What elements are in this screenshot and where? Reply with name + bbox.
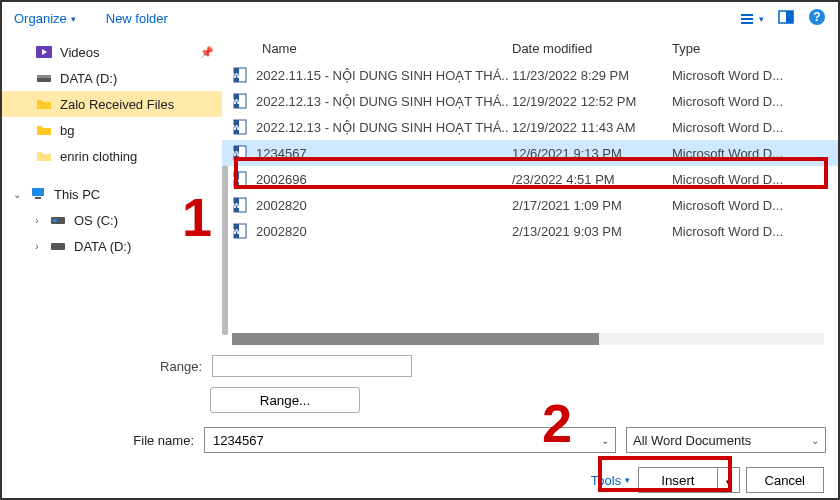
folder-icon — [36, 148, 52, 164]
sidebar-item-thispc[interactable]: ⌄ This PC — [2, 181, 222, 207]
file-date: 12/6/2021 9:13 PM — [512, 146, 672, 161]
sidebar-item-videos[interactable]: Videos 📌 — [2, 39, 222, 65]
range-label: Range: — [142, 359, 202, 374]
filename-label: File name: — [14, 433, 194, 448]
insert-dropdown-button[interactable]: ▾ — [718, 467, 740, 493]
file-type: Microsoft Word D... — [672, 172, 828, 187]
word-file-icon: W — [232, 223, 248, 239]
sidebar-item-bg[interactable]: bg — [2, 117, 222, 143]
preview-icon — [778, 9, 794, 25]
svg-rect-1 — [741, 18, 753, 20]
new-folder-button[interactable]: New folder — [106, 11, 168, 26]
view-mode-button[interactable]: ▾ — [739, 11, 764, 27]
sidebar-item-label: DATA (D:) — [60, 71, 117, 86]
insert-button[interactable]: Insert — [638, 467, 717, 493]
filetype-filter[interactable]: All Word Documents ⌄ — [626, 427, 826, 453]
folder-open-icon — [36, 96, 52, 112]
file-row[interactable]: W2022.12.13 - NỘI DUNG SINH HOẠT THÁ..12… — [222, 114, 838, 140]
svg-text:W: W — [233, 97, 241, 106]
file-type: Microsoft Word D... — [672, 94, 828, 109]
file-type: Microsoft Word D... — [672, 198, 828, 213]
file-type: Microsoft Word D... — [672, 68, 828, 83]
drive-icon — [36, 70, 52, 86]
help-icon: ? — [808, 8, 826, 26]
chevron-right-icon: › — [32, 215, 42, 226]
word-file-icon: W — [232, 145, 248, 161]
svg-text:W: W — [233, 71, 241, 80]
svg-text:W: W — [233, 149, 241, 158]
file-name: 2002820 — [256, 224, 307, 239]
sidebar-item-enrin[interactable]: enrin clothing — [2, 143, 222, 169]
file-list-header[interactable]: Name Date modified Type — [222, 35, 838, 62]
column-type[interactable]: Type — [672, 41, 828, 56]
word-file-icon: W — [232, 93, 248, 109]
file-list: Name Date modified Type W2022.11.15 - NỘ… — [222, 35, 838, 345]
chevron-down-icon[interactable]: ⌄ — [601, 435, 609, 446]
chevron-down-icon: ▾ — [625, 475, 630, 485]
preview-pane-button[interactable] — [778, 9, 794, 28]
help-button[interactable]: ? — [808, 8, 826, 29]
filetype-label: All Word Documents — [633, 433, 751, 448]
file-name: 1234567 — [256, 146, 307, 161]
file-name: 2022.11.15 - NỘI DUNG SINH HOẠT THÁ.. — [256, 68, 509, 83]
svg-rect-0 — [741, 14, 753, 16]
file-row[interactable]: W2022.11.15 - NỘI DUNG SINH HOẠT THÁ..11… — [222, 62, 838, 88]
svg-text:W: W — [233, 227, 241, 236]
pin-icon: 📌 — [200, 46, 214, 59]
file-type: Microsoft Word D... — [672, 120, 828, 135]
filename-combobox[interactable]: ⌄ — [204, 427, 616, 453]
sidebar-item-label: enrin clothing — [60, 149, 137, 164]
column-date[interactable]: Date modified — [512, 41, 672, 56]
svg-rect-11 — [32, 188, 44, 196]
sidebar-item-label: bg — [60, 123, 74, 138]
folder-icon — [36, 122, 52, 138]
file-type: Microsoft Word D... — [672, 224, 828, 239]
column-name[interactable]: Name — [232, 41, 512, 56]
word-file-icon: W — [232, 171, 248, 187]
file-row[interactable]: W2022.12.13 - NỘI DUNG SINH HOẠT THÁ..12… — [222, 88, 838, 114]
sidebar-item-data-d[interactable]: DATA (D:) — [2, 65, 222, 91]
insert-split-button: Insert ▾ — [638, 467, 739, 493]
file-date: 12/19/2022 12:52 PM — [512, 94, 672, 109]
file-row[interactable]: W123456712/6/2021 9:13 PMMicrosoft Word … — [222, 140, 838, 166]
word-file-icon: W — [232, 197, 248, 213]
svg-rect-14 — [53, 219, 57, 222]
range-button[interactable]: Range... — [210, 387, 360, 413]
filename-input[interactable] — [211, 432, 601, 449]
organize-button[interactable]: Organize ▾ — [14, 11, 76, 26]
file-row[interactable]: W2002696_/23/2022 4:51 PMMicrosoft Word … — [222, 166, 838, 192]
file-date: 2/13/2021 9:03 PM — [512, 224, 672, 239]
sidebar-item-label: This PC — [54, 187, 100, 202]
list-icon — [739, 11, 755, 27]
cancel-button[interactable]: Cancel — [746, 467, 824, 493]
word-file-icon: W — [232, 119, 248, 135]
file-row[interactable]: W20028202/17/2021 1:09 PMMicrosoft Word … — [222, 192, 838, 218]
file-name: 2022.12.13 - NỘI DUNG SINH HOẠT THÁ.. — [256, 120, 509, 135]
chevron-down-icon: ⌄ — [811, 435, 819, 446]
computer-icon — [30, 186, 46, 202]
drive-icon — [50, 212, 66, 228]
file-type: Microsoft Word D... — [672, 146, 828, 161]
sidebar-item-os-c[interactable]: › OS (C:) — [2, 207, 222, 233]
file-date: 2/17/2021 1:09 PM — [512, 198, 672, 213]
word-file-icon: W — [232, 67, 248, 83]
sidebar-item-label: DATA (D:) — [74, 239, 131, 254]
tools-button[interactable]: Tools ▾ — [591, 473, 630, 488]
svg-rect-10 — [37, 75, 51, 78]
chevron-down-icon: ▾ — [71, 14, 76, 24]
svg-text:W: W — [233, 123, 241, 132]
file-name: 2002820 — [256, 198, 307, 213]
file-date: 12/19/2022 11:43 AM — [512, 120, 672, 135]
file-name: 2022.12.13 - NỘI DUNG SINH HOẠT THÁ.. — [256, 94, 509, 109]
horizontal-scrollbar[interactable] — [232, 333, 824, 345]
svg-text:?: ? — [813, 10, 820, 24]
file-date: /23/2022 4:51 PM — [512, 172, 672, 187]
sidebar-item-zalo[interactable]: Zalo Received Files — [2, 91, 222, 117]
file-row[interactable]: W20028202/13/2021 9:03 PMMicrosoft Word … — [222, 218, 838, 244]
range-input[interactable] — [212, 355, 412, 377]
file-date: 11/23/2022 8:29 PM — [512, 68, 672, 83]
svg-text:W: W — [233, 175, 241, 184]
sidebar-item-data-d-2[interactable]: › DATA (D:) — [2, 233, 222, 259]
svg-rect-2 — [741, 22, 753, 24]
svg-text:W: W — [233, 201, 241, 210]
